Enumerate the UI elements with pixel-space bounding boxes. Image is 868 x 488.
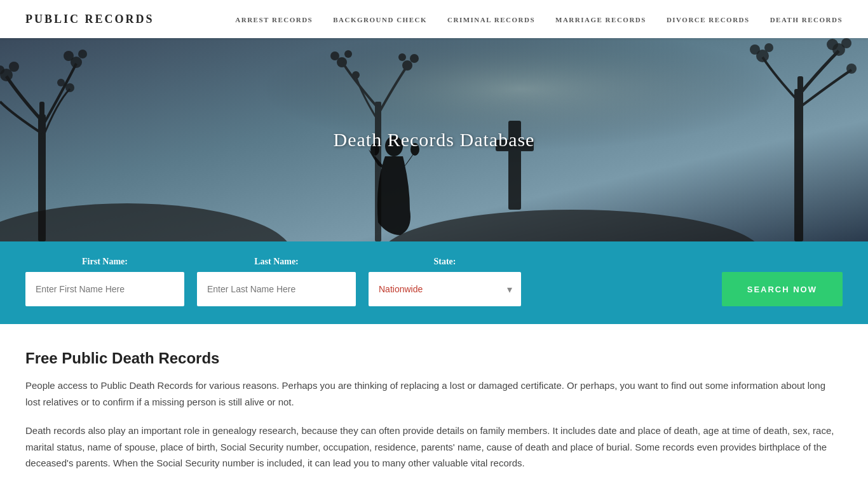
svg-point-22 xyxy=(764,43,773,52)
nav-link-arrest-records[interactable]: ARREST RECORDS xyxy=(235,16,313,24)
nav-link-background-check[interactable]: BACKGROUND CHECK xyxy=(333,16,427,24)
nav-item-arrest-records[interactable]: ARREST RECORDS xyxy=(235,13,313,25)
first-name-field: First Name: xyxy=(25,257,184,306)
hero-section: Death Records Database xyxy=(0,38,868,241)
search-button[interactable]: SEARCH NOW xyxy=(722,272,843,306)
state-field: State: NationwideAlabamaAlaskaArizonaArk… xyxy=(369,257,521,306)
content-paragraph-2: Death records also play an important rol… xyxy=(25,423,843,471)
svg-point-29 xyxy=(410,54,419,63)
nav-item-divorce-records[interactable]: DIVORCE RECORDS xyxy=(667,13,750,25)
state-label: State: xyxy=(369,257,521,267)
content-paragraph-1: People access to Public Death Records fo… xyxy=(25,377,843,410)
navbar: PUBLIC RECORDS ARREST RECORDSBACKGROUND … xyxy=(0,0,868,38)
state-select[interactable]: NationwideAlabamaAlaskaArizonaArkansasCa… xyxy=(369,272,521,306)
svg-point-13 xyxy=(57,79,65,86)
nav-item-death-records[interactable]: DEATH RECORDS xyxy=(770,13,843,25)
content-title: Free Public Death Records xyxy=(25,349,843,367)
nav-link-criminal-records[interactable]: CRIMINAL RECORDS xyxy=(447,16,535,24)
site-logo[interactable]: PUBLIC RECORDS xyxy=(25,13,154,26)
svg-point-27 xyxy=(352,71,360,79)
svg-point-21 xyxy=(750,44,760,55)
svg-point-30 xyxy=(398,53,406,61)
nav-item-marriage-records[interactable]: MARRIAGE RECORDS xyxy=(555,13,646,25)
nav-item-background-check[interactable]: BACKGROUND CHECK xyxy=(333,13,427,25)
content-section: Free Public Death Records People access … xyxy=(0,324,868,488)
last-name-input[interactable] xyxy=(197,272,356,306)
hero-title: Death Records Database xyxy=(334,129,535,151)
svg-point-11 xyxy=(64,51,74,61)
svg-point-18 xyxy=(827,39,838,50)
nav-links: ARREST RECORDSBACKGROUND CHECKCRIMINAL R… xyxy=(235,13,843,25)
search-section: First Name: Last Name: State: Nationwide… xyxy=(0,241,868,324)
first-name-label: First Name: xyxy=(25,257,184,267)
svg-point-26 xyxy=(344,50,352,58)
svg-point-19 xyxy=(846,64,857,74)
svg-point-17 xyxy=(841,38,851,48)
last-name-label: Last Name: xyxy=(197,257,356,267)
last-name-field: Last Name: xyxy=(197,257,356,306)
svg-point-12 xyxy=(65,83,74,92)
svg-point-10 xyxy=(78,50,87,58)
svg-point-7 xyxy=(9,62,19,72)
first-name-input[interactable] xyxy=(25,272,184,306)
nav-link-death-records[interactable]: DEATH RECORDS xyxy=(770,16,843,24)
svg-point-28 xyxy=(402,60,412,71)
state-select-wrapper: NationwideAlabamaAlaskaArizonaArkansasCa… xyxy=(369,272,521,306)
nav-link-divorce-records[interactable]: DIVORCE RECORDS xyxy=(667,16,750,24)
svg-point-25 xyxy=(330,51,339,60)
nav-link-marriage-records[interactable]: MARRIAGE RECORDS xyxy=(555,16,646,24)
nav-item-criminal-records[interactable]: CRIMINAL RECORDS xyxy=(447,13,535,25)
